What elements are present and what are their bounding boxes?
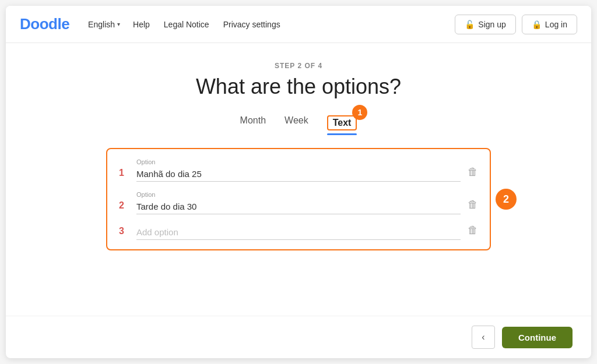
header-actions: 🔓 Sign up 🔒 Log in <box>455 15 577 34</box>
option-label-1: Option <box>136 158 461 165</box>
option-number-1: 1 <box>119 168 129 182</box>
option-field-3 <box>136 224 461 240</box>
delete-icon-2[interactable]: 🗑 <box>468 199 478 214</box>
option-row-1: 1 Option 🗑 <box>119 158 478 182</box>
option-input-2[interactable] <box>136 199 461 214</box>
option-input-3[interactable] <box>136 225 461 240</box>
signup-label: Sign up <box>478 20 505 29</box>
option-number-2: 2 <box>119 200 129 214</box>
nav-legal-notice[interactable]: Legal Notice <box>158 17 215 31</box>
nav-links: English ▾ Help Legal Notice Privacy sett… <box>83 17 455 31</box>
signup-button[interactable]: 🔓 Sign up <box>455 15 515 34</box>
main-window: Doodle English ▾ Help Legal Notice Priva… <box>6 6 591 358</box>
tab-text-label: Text <box>327 115 357 130</box>
login-button[interactable]: 🔒 Log in <box>522 15 577 34</box>
option-input-1[interactable] <box>136 167 461 182</box>
delete-icon-1[interactable]: 🗑 <box>468 166 478 182</box>
header: Doodle English ▾ Help Legal Notice Priva… <box>6 6 591 43</box>
option-field-2: Option <box>136 191 461 214</box>
option-row-2: 2 Option 🗑 <box>119 191 478 214</box>
tabs: Month Week Text 1 <box>240 115 357 134</box>
option-field-1: Option <box>136 158 461 182</box>
continue-button[interactable]: Continue <box>502 327 573 348</box>
tab-text[interactable]: Text 1 <box>327 115 357 134</box>
badge-2: 2 <box>496 189 517 210</box>
badge-1: 1 <box>352 105 367 120</box>
tab-week[interactable]: Week <box>285 115 308 134</box>
option-label-2: Option <box>136 191 461 198</box>
logo: Doodle <box>20 15 69 33</box>
option-number-3: 3 <box>119 226 129 240</box>
options-container: 1 Option 🗑 2 Option 🗑 <box>106 148 491 250</box>
language-selector[interactable]: English ▾ <box>83 17 125 31</box>
language-label: English <box>88 20 115 29</box>
chevron-down-icon: ▾ <box>117 21 120 27</box>
nav-privacy-settings[interactable]: Privacy settings <box>217 17 286 31</box>
footer: ‹ Continue <box>6 316 591 358</box>
nav-help[interactable]: Help <box>127 17 156 31</box>
step-label: STEP 2 OF 4 <box>275 62 322 70</box>
tab-month[interactable]: Month <box>240 115 266 134</box>
options-wrapper: 1 Option 🗑 2 Option 🗑 <box>106 148 491 250</box>
user-icon: 🔓 <box>465 20 475 29</box>
main-content: STEP 2 OF 4 What are the options? Month … <box>6 43 591 316</box>
back-button[interactable]: ‹ <box>472 326 495 349</box>
delete-icon-3[interactable]: 🗑 <box>468 224 478 240</box>
back-icon: ‹ <box>482 332 484 342</box>
page-title: What are the options? <box>196 75 401 99</box>
option-row-3: 3 🗑 <box>119 224 478 240</box>
lock-icon: 🔒 <box>532 20 542 29</box>
login-label: Log in <box>545 20 567 29</box>
